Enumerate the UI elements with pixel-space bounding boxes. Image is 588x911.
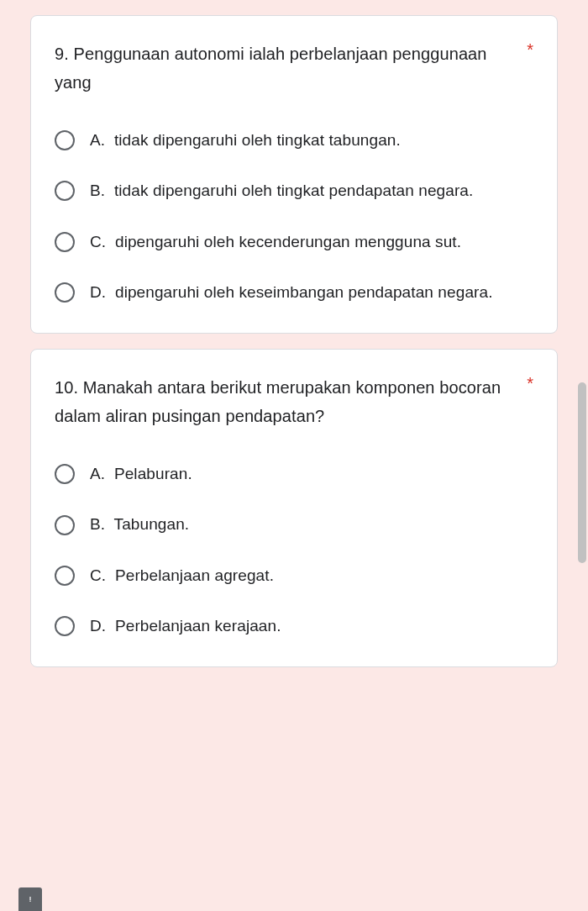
question-number: 10. xyxy=(55,378,78,397)
scrollbar-track[interactable] xyxy=(576,0,588,911)
radio-icon xyxy=(55,232,75,252)
report-button[interactable] xyxy=(18,887,42,911)
radio-icon xyxy=(55,181,75,201)
option-label: B. tidak dipengaruhi oleh tingkat pendap… xyxy=(90,177,473,204)
option-letter: C. xyxy=(90,566,106,584)
question-card-9: 9. Penggunaan autonomi ialah perbelanjaa… xyxy=(30,15,558,334)
question-body: Penggunaan autonomi ialah perbelanjaan p… xyxy=(55,45,487,92)
options-list: A. Pelaburan. B. Tabungan. C. Perbelanja… xyxy=(55,461,533,640)
options-list: A. tidak dipengaruhi oleh tingkat tabung… xyxy=(55,127,533,306)
radio-icon xyxy=(55,130,75,150)
question-card-10: 10. Manakah antara berikut merupakan kom… xyxy=(30,349,558,667)
question-body: Manakah antara berikut merupakan kompone… xyxy=(55,378,501,425)
option-letter: D. xyxy=(90,283,106,301)
option-label: D. dipengaruhi oleh keseimbangan pendapa… xyxy=(90,279,493,306)
option-item-b[interactable]: B. tidak dipengaruhi oleh tingkat pendap… xyxy=(55,177,533,204)
question-header: 10. Manakah antara berikut merupakan kom… xyxy=(55,373,533,430)
radio-icon xyxy=(55,464,75,484)
exclamation-icon xyxy=(24,893,36,905)
question-text: 9. Penggunaan autonomi ialah perbelanjaa… xyxy=(55,39,520,97)
radio-icon xyxy=(55,282,75,303)
question-text: 10. Manakah antara berikut merupakan kom… xyxy=(55,373,520,430)
option-item-a[interactable]: A. Pelaburan. xyxy=(55,461,533,487)
option-item-d[interactable]: D. Perbelanjaan kerajaan. xyxy=(55,613,533,640)
option-item-a[interactable]: A. tidak dipengaruhi oleh tingkat tabung… xyxy=(55,127,533,154)
radio-icon xyxy=(55,566,75,586)
option-item-c[interactable]: C. Perbelanjaan agregat. xyxy=(55,562,533,589)
question-header: 9. Penggunaan autonomi ialah perbelanjaa… xyxy=(55,39,533,97)
radio-icon xyxy=(55,515,75,535)
option-text: Pelaburan. xyxy=(114,465,192,482)
option-text: tidak dipengaruhi oleh tingkat tabungan. xyxy=(114,131,401,149)
option-letter: B. xyxy=(90,515,105,533)
option-item-c[interactable]: C. dipengaruhi oleh kecenderungan menggu… xyxy=(55,229,533,255)
option-label: A. tidak dipengaruhi oleh tingkat tabung… xyxy=(90,127,401,154)
required-indicator: * xyxy=(527,373,533,393)
option-text: tidak dipengaruhi oleh tingkat pendapata… xyxy=(114,182,473,199)
option-letter: C. xyxy=(90,233,106,250)
radio-icon xyxy=(55,616,75,636)
question-number: 9. xyxy=(55,45,69,63)
option-label: D. Perbelanjaan kerajaan. xyxy=(90,613,281,640)
option-letter: A. xyxy=(90,465,105,482)
option-text: Perbelanjaan agregat. xyxy=(115,566,274,584)
option-label: C. Perbelanjaan agregat. xyxy=(90,562,274,589)
option-text: Tabungan. xyxy=(114,515,190,533)
form-container: 9. Penggunaan autonomi ialah perbelanjaa… xyxy=(0,15,588,667)
option-label: B. Tabungan. xyxy=(90,511,189,538)
option-item-d[interactable]: D. dipengaruhi oleh keseimbangan pendapa… xyxy=(55,279,533,306)
option-text: Perbelanjaan kerajaan. xyxy=(115,617,281,635)
scrollbar-thumb[interactable] xyxy=(578,382,586,563)
option-letter: D. xyxy=(90,617,106,635)
option-label: C. dipengaruhi oleh kecenderungan menggu… xyxy=(90,229,461,255)
required-indicator: * xyxy=(527,39,533,60)
option-letter: A. xyxy=(90,131,105,149)
option-text: dipengaruhi oleh keseimbangan pendapatan… xyxy=(115,283,493,301)
option-text: dipengaruhi oleh kecenderungan mengguna … xyxy=(115,233,461,250)
option-label: A. Pelaburan. xyxy=(90,461,192,487)
option-item-b[interactable]: B. Tabungan. xyxy=(55,511,533,538)
option-letter: B. xyxy=(90,182,105,199)
